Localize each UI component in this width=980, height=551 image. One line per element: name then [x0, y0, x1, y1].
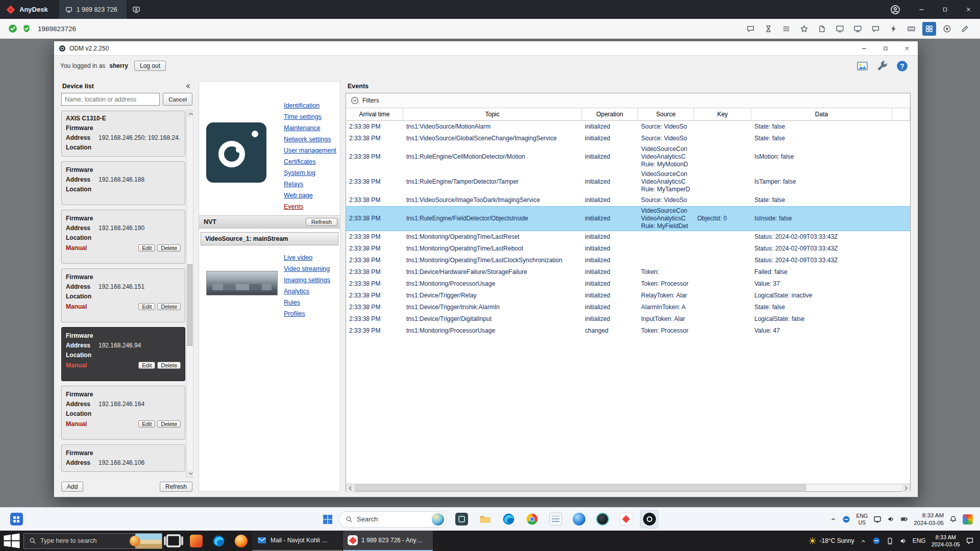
- delete-device-button[interactable]: Delete: [157, 244, 181, 252]
- scroll-down-icon[interactable]: [187, 470, 193, 477]
- edit-device-button[interactable]: Edit: [138, 244, 155, 252]
- widgets-icon[interactable]: [7, 510, 26, 529]
- file-transfer-icon[interactable]: [815, 22, 829, 36]
- battery-icon[interactable]: [900, 515, 908, 523]
- event-row[interactable]: 2:33:38 PMtns1:VideoSource/MotionAlarmin…: [346, 121, 910, 133]
- browser-globe-icon[interactable]: [570, 510, 588, 529]
- nvt-refresh-button[interactable]: Refresh: [306, 218, 337, 226]
- remote-clock[interactable]: 8:33 AM2024-03-05: [914, 512, 944, 527]
- notepad-icon[interactable]: [546, 510, 565, 529]
- link-identification[interactable]: Identification: [284, 100, 336, 111]
- tray-color-app-icon[interactable]: [963, 514, 973, 524]
- scroll-right-icon[interactable]: [902, 484, 910, 492]
- event-row[interactable]: 2:33:38 PMtns1:Monitoring/OperatingTime/…: [346, 255, 910, 266]
- link-time-settings[interactable]: Time settings: [284, 111, 336, 122]
- event-row[interactable]: 2:33:38 PMtns1:RuleEngine/CellMotionDete…: [346, 144, 910, 169]
- phone-icon[interactable]: [886, 537, 894, 545]
- switch-sides-icon[interactable]: [833, 22, 847, 36]
- help-icon[interactable]: ?: [896, 60, 909, 72]
- event-row[interactable]: 2:33:38 PMtns1:Monitoring/ProcessorUsage…: [346, 278, 910, 290]
- remote-start-button[interactable]: [322, 513, 334, 525]
- column-header[interactable]: Operation: [582, 108, 638, 120]
- snapshot-icon[interactable]: [856, 60, 869, 72]
- refresh-devices-button[interactable]: Refresh: [160, 482, 192, 492]
- odm-maximize-button[interactable]: [875, 41, 896, 55]
- device-card[interactable]: AXIS C1310-EFirmwareAddress192.168.246.2…: [61, 111, 185, 157]
- event-row[interactable]: 2:33:38 PMtns1:Monitoring/OperatingTime/…: [346, 243, 910, 255]
- favorites-icon[interactable]: [797, 22, 811, 36]
- remote-language-indicator[interactable]: ENGUS: [856, 513, 868, 525]
- network-icon[interactable]: [873, 515, 881, 523]
- whiteboard-icon[interactable]: [958, 22, 972, 36]
- remote-search-box[interactable]: Search: [339, 511, 447, 528]
- scroll-left-icon[interactable]: [346, 484, 354, 492]
- odm-minimize-button[interactable]: [853, 41, 875, 55]
- anydesk-window-button[interactable]: 1 989 823 726 - Any…: [343, 531, 433, 551]
- column-header[interactable]: Topic: [403, 108, 582, 120]
- device-card[interactable]: FirmwareAddress192.168.246.164LocationMa…: [61, 386, 185, 440]
- event-row[interactable]: 2:33:38 PMtns1:Monitoring/OperatingTime/…: [346, 231, 910, 243]
- chat-icon[interactable]: [744, 22, 757, 36]
- link-rules[interactable]: Rules: [284, 297, 330, 308]
- device-card[interactable]: FirmwareAddress192.168.246.94LocationMan…: [61, 327, 185, 381]
- link-user-management[interactable]: User management: [284, 145, 336, 156]
- edge-icon[interactable]: [207, 531, 230, 551]
- event-row[interactable]: 2:33:38 PMtns1:VideoSource/ImageTooDark/…: [346, 194, 910, 206]
- tray-app-icon[interactable]: [842, 515, 850, 523]
- event-row[interactable]: 2:33:38 PMtns1:VideoSource/GlobalSceneCh…: [346, 133, 910, 144]
- link-profiles[interactable]: Profiles: [284, 308, 330, 319]
- column-header[interactable]: Source: [638, 108, 694, 120]
- monitor-select-icon[interactable]: [851, 22, 865, 36]
- host-start-button[interactable]: [0, 531, 23, 551]
- tray-expand-icon[interactable]: [860, 538, 867, 544]
- event-row[interactable]: 2:33:38 PMtns1:Device/HardwareFailure/St…: [346, 266, 910, 278]
- device-card[interactable]: FirmwareAddress192.168.246.188Location: [61, 161, 185, 205]
- event-row[interactable]: 2:33:38 PMtns1:RuleEngine/FieldDetector/…: [346, 206, 910, 231]
- tray-app-icon[interactable]: [872, 537, 880, 545]
- delete-device-button[interactable]: Delete: [157, 420, 181, 428]
- photos-app-icon[interactable]: [185, 531, 207, 551]
- chrome-icon[interactable]: [523, 510, 541, 529]
- device-search-input[interactable]: [61, 93, 160, 106]
- session-time-icon[interactable]: [762, 22, 775, 36]
- event-row[interactable]: 2:33:38 PMtns1:Device/Trigger/Relayiniti…: [346, 290, 910, 302]
- edge-icon[interactable]: [499, 510, 518, 529]
- column-header[interactable]: Key: [694, 108, 751, 120]
- events-hscrollbar[interactable]: [346, 484, 910, 491]
- window-minimize-button[interactable]: [910, 0, 933, 19]
- chat-alt-icon[interactable]: [869, 22, 883, 36]
- session-menu-icon[interactable]: [779, 22, 793, 36]
- permissions-icon[interactable]: [922, 22, 936, 36]
- account-icon[interactable]: [890, 5, 900, 15]
- scrollbar-thumb[interactable]: [187, 264, 192, 346]
- device-list-scrollbar[interactable]: [186, 110, 193, 478]
- action-center-icon[interactable]: [966, 537, 974, 545]
- add-device-button[interactable]: Add: [61, 482, 83, 492]
- stream-thumbnail[interactable]: [206, 271, 278, 295]
- mail-window-button[interactable]: Mail - Navjot Kohli …: [252, 531, 342, 551]
- event-row[interactable]: 2:33:39 PMtns1:Monitoring/ProcessorUsage…: [346, 325, 910, 337]
- window-close-button[interactable]: [957, 0, 980, 19]
- file-explorer-icon[interactable]: [476, 510, 494, 529]
- files-app-icon[interactable]: [452, 510, 471, 529]
- column-header[interactable]: Data: [751, 108, 892, 120]
- link-maintenance[interactable]: Maintenance: [284, 122, 336, 134]
- delete-device-button[interactable]: Delete: [157, 303, 181, 310]
- link-web-page[interactable]: Web page: [284, 190, 336, 201]
- link-imaging-settings[interactable]: Imaging settings: [284, 274, 330, 286]
- event-row[interactable]: 2:33:38 PMtns1:RuleEngine/TamperDetector…: [346, 169, 910, 194]
- link-certificates[interactable]: Certificates: [284, 156, 336, 167]
- new-session-icon[interactable]: [132, 6, 140, 14]
- notifications-icon[interactable]: [949, 515, 957, 523]
- task-view-icon[interactable]: [162, 531, 185, 551]
- event-row[interactable]: 2:33:38 PMtns1:Device/Trigger/DigitalInp…: [346, 313, 910, 325]
- edit-device-button[interactable]: Edit: [138, 362, 155, 369]
- volume-icon[interactable]: [899, 537, 907, 545]
- host-search-box[interactable]: Type here to search: [23, 533, 162, 549]
- host-clock[interactable]: 8:33 AM2024-03-05: [932, 534, 960, 548]
- scroll-up-icon[interactable]: [187, 110, 193, 117]
- keyboard-icon[interactable]: [904, 22, 918, 36]
- device-card[interactable]: FirmwareAddress192.168.246.190LocationMa…: [61, 210, 185, 264]
- session-tab[interactable]: 1 989 823 726: [59, 0, 127, 19]
- device-card[interactable]: FirmwareAddress192.168.246.151LocationMa…: [61, 268, 185, 322]
